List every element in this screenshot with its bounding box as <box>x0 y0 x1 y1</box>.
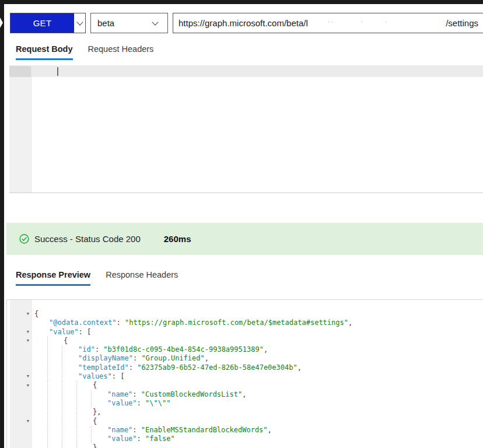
json-punctuation: : <box>95 345 103 354</box>
json-string-value: "CustomBlockedWordsList" <box>141 390 242 398</box>
json-line-text: { <box>32 381 97 390</box>
json-line: } <box>7 443 483 448</box>
json-punctuation: , <box>205 354 209 362</box>
json-punctuation: : <box>117 318 125 327</box>
indent-guide <box>76 426 77 435</box>
indent-guide <box>47 408 48 416</box>
response-time: 260ms <box>164 234 191 244</box>
gutter-cell <box>7 408 32 416</box>
json-line-text: { <box>32 310 38 318</box>
json-line-text: } <box>32 443 97 448</box>
json-key: "values" <box>78 372 112 380</box>
json-string-value: "https://graph.microsoft.com/beta/$metad… <box>125 318 348 327</box>
triangle-down-icon: ▼ <box>27 312 29 316</box>
triangle-down-icon: ▼ <box>27 339 29 343</box>
indent-guide <box>62 363 62 372</box>
collapse-toggle[interactable]: ▼ <box>7 337 32 345</box>
json-string-value: "EnableMSStandardBlockedWords" <box>141 426 268 434</box>
indent-guide <box>62 417 62 426</box>
indent-guide <box>62 435 62 443</box>
tab-request-headers[interactable]: Request Headers <box>88 44 154 60</box>
json-punctuation: { <box>93 417 97 425</box>
gutter-cell <box>7 426 32 435</box>
json-punctuation: { <box>34 310 38 318</box>
editor-gutter-active-cell <box>9 66 31 77</box>
json-line-text: "displayName": "Group.Unified", <box>32 354 209 363</box>
json-punctuation: }, <box>93 408 101 416</box>
indent-guide <box>76 390 77 399</box>
indent-guide <box>62 408 62 416</box>
tab-response-headers[interactable]: Response Headers <box>106 270 178 286</box>
json-line-text: "value": [ <box>32 328 91 337</box>
url-input[interactable]: https://graph.microsoft.com/beta/l /sett… <box>173 13 483 33</box>
version-dropdown[interactable]: beta <box>90 13 168 33</box>
collapse-toggle[interactable]: ▼ <box>7 417 32 426</box>
tab-request-body[interactable]: Request Body <box>16 44 73 60</box>
method-dropdown[interactable]: GET <box>10 13 86 33</box>
indent-guide <box>47 381 48 390</box>
json-punctuation: , <box>242 390 246 398</box>
url-suffix-text: /settings <box>446 18 478 28</box>
json-line: ▼{ <box>7 417 483 426</box>
indent-guide <box>76 408 77 416</box>
json-key: "name" <box>107 390 132 398</box>
indent-guide <box>62 354 62 363</box>
json-line: "@odata.context": "https://graph.microso… <box>7 318 483 327</box>
indent-guide <box>47 363 48 372</box>
json-string-value: "false" <box>145 435 175 443</box>
json-line-text: { <box>32 337 68 345</box>
json-line-text: "name": "EnableMSStandardBlockedWords", <box>32 426 272 435</box>
indent-guide <box>47 417 48 426</box>
json-line: "id": "b3f01d8c-c095-4be4-854c-9938a9951… <box>7 345 483 354</box>
url-prefix-text: https://graph.microsoft.com/beta/l <box>178 18 308 28</box>
json-punctuation: , <box>264 345 268 354</box>
triangle-down-icon: ▼ <box>27 330 29 334</box>
request-body-editor[interactable] <box>9 65 483 193</box>
json-line-text: "value": "false" <box>32 435 175 443</box>
indent-guide <box>47 399 48 408</box>
status-message: Success - Status Code 200 <box>34 234 141 244</box>
json-punctuation: , <box>298 363 302 372</box>
indent-guide <box>91 390 92 399</box>
json-line-text: "values": [ <box>32 372 124 381</box>
gutter-cell <box>7 443 32 448</box>
json-line-text: "name": "CustomBlockedWordsList", <box>32 390 246 399</box>
indent-guide <box>91 426 92 435</box>
editor-active-line <box>32 66 483 77</box>
window-frame-top <box>0 0 483 4</box>
json-punctuation: : <box>137 435 145 443</box>
gutter-cell <box>7 345 32 354</box>
indent-guide <box>62 399 62 408</box>
gutter-cell <box>7 390 32 399</box>
check-circle-icon <box>19 234 29 244</box>
triangle-down-icon: ▼ <box>27 384 29 388</box>
json-punctuation: { <box>93 381 97 389</box>
collapse-toggle[interactable]: ▼ <box>7 328 32 337</box>
text-cursor <box>57 67 58 76</box>
json-punctuation: , <box>268 426 272 434</box>
json-line: "displayName": "Group.Unified", <box>7 354 483 363</box>
indent-guide <box>47 354 48 363</box>
indent-guide <box>47 337 48 345</box>
json-key: "@odata.context" <box>49 318 117 327</box>
json-string-value: "Group.Unified" <box>141 354 204 362</box>
json-line-text: "value": "\"\"" <box>32 399 170 408</box>
json-punctuation: : <box>129 363 137 372</box>
graph-explorer-window: GET beta https://graph.microsoft.com/bet… <box>0 0 483 448</box>
json-punctuation: , <box>348 318 352 327</box>
collapse-toggle[interactable]: ▼ <box>7 381 32 390</box>
json-line: ▼{ <box>7 337 483 345</box>
gutter-cell <box>7 363 32 372</box>
json-line: "value": "\"\"" <box>7 399 483 408</box>
chevron-down-icon[interactable] <box>74 13 85 33</box>
collapse-toggle[interactable]: ▼ <box>7 310 32 318</box>
indent-guide <box>62 426 62 435</box>
indent-guide <box>76 381 77 390</box>
json-string-value: "62375ab9-6b52-47ed-826b-58e47e0e304b" <box>137 363 298 372</box>
indent-guide <box>47 435 48 443</box>
collapse-toggle[interactable]: ▼ <box>7 372 32 381</box>
tab-response-preview[interactable]: Response Preview <box>16 270 90 286</box>
url-redacted-segment <box>308 13 446 33</box>
json-key: "name" <box>107 426 132 434</box>
indent-guide <box>91 399 92 408</box>
